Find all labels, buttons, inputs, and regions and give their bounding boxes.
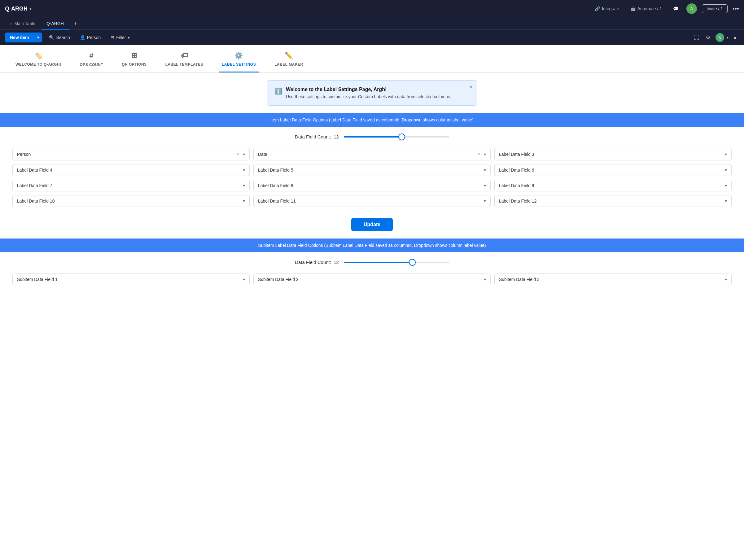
field-6-arrow[interactable]: ▾	[725, 167, 727, 173]
field-dropdown-5[interactable]: Label Data Field 5 ▾	[253, 164, 491, 176]
filter-icon: ⊟	[111, 35, 114, 40]
subitem-field-1-arrow[interactable]: ▾	[243, 277, 245, 282]
plugin-tab-welcome[interactable]: 🏷️ WELCOME TO Q-ARGH!	[12, 45, 64, 72]
nav-actions: 🔗 Integrate 🤖 Automate / 1 💬 A Invite / …	[592, 3, 739, 14]
field-5-arrow[interactable]: ▾	[484, 167, 486, 173]
new-item-main[interactable]: New item	[5, 33, 34, 42]
filter-button[interactable]: ⊟ Filter ▾	[108, 33, 133, 42]
person-button[interactable]: 👤 Person	[77, 33, 104, 42]
subitem-slider-track[interactable]	[344, 262, 449, 263]
app-title[interactable]: Q-ARGH ▾	[5, 6, 31, 12]
integrate-button[interactable]: 🔗 Integrate	[592, 4, 622, 13]
person-icon: 👤	[80, 35, 85, 40]
field-dropdown-6[interactable]: Label Data Field 6 ▾	[494, 164, 732, 176]
subitem-field-2-text: Subitem Data Field 2	[258, 277, 481, 282]
invite-button[interactable]: Invite / 1	[702, 4, 728, 13]
search-button[interactable]: 🔍 Search	[46, 33, 73, 42]
field-dropdown-7[interactable]: Label Data Field 7 ▾	[12, 180, 250, 191]
field-dropdown-8[interactable]: Label Data Field 8 ▾	[253, 180, 491, 191]
plugin-tab-qr-options[interactable]: ⊞ QR OPTIONS	[119, 45, 150, 72]
welcome-banner-description: Use these settings to customize your Cus…	[286, 94, 451, 99]
plugin-tab-label-maker[interactable]: ✏️ LABEL MAKER	[271, 45, 306, 72]
new-item-arrow[interactable]: ▾	[34, 33, 42, 42]
info-icon: ℹ️	[274, 87, 282, 95]
field-9-arrow[interactable]: ▾	[725, 183, 727, 188]
plugin-tab-label-settings[interactable]: ⚙️ LABEL SETTINGS	[219, 45, 259, 72]
update-button[interactable]: Update	[351, 218, 393, 231]
field-7-arrow[interactable]: ▾	[243, 183, 245, 188]
field-dropdown-1[interactable]: Person × ▾	[12, 148, 250, 160]
subitem-field-3-arrow[interactable]: ▾	[725, 277, 727, 282]
field-10-arrow[interactable]: ▾	[243, 198, 245, 203]
field-dropdown-2[interactable]: Date × ▾	[253, 148, 491, 160]
tab-main-table[interactable]: ⌂ Main Table	[5, 18, 40, 30]
subitem-field-dropdown-1[interactable]: Subitem Data Field 1 ▾	[12, 273, 250, 285]
tab-q-argh-label: Q-ARGH	[46, 21, 64, 26]
expand-button[interactable]: ⛶	[693, 33, 701, 42]
automate-icon: 🤖	[630, 6, 636, 11]
subitem-field-count-label: Data Field Count: 12	[295, 260, 339, 265]
top-nav: Q-ARGH ▾ 🔗 Integrate 🤖 Automate / 1 💬 A …	[0, 0, 744, 17]
field-dropdown-11[interactable]: Label Data Field 11 ▾	[253, 195, 491, 207]
collapse-button[interactable]: ▲	[731, 33, 739, 42]
item-slider-track[interactable]	[344, 136, 449, 138]
welcome-banner-close[interactable]: ×	[469, 84, 473, 91]
add-tab-button[interactable]: +	[70, 17, 81, 29]
field-dropdown-4[interactable]: Label Data Field 4 ▾	[12, 164, 250, 176]
field-1-arrow[interactable]: ▾	[243, 152, 245, 157]
field-8-arrow[interactable]: ▾	[484, 183, 486, 188]
home-icon: ⌂	[10, 21, 12, 26]
subitem-field-2-arrow[interactable]: ▾	[484, 277, 486, 282]
field-3-arrow[interactable]: ▾	[725, 152, 727, 157]
item-field-count-value: 12	[334, 134, 339, 139]
more-button[interactable]: •••	[733, 5, 739, 12]
chat-button[interactable]: 💬	[670, 4, 681, 13]
field-6-text: Label Data Field 6	[499, 167, 722, 173]
person-label: Person	[87, 35, 101, 40]
app-title-text: Q-ARGH	[5, 6, 28, 12]
field-dropdown-9[interactable]: Label Data Field 9 ▾	[494, 180, 732, 191]
label-templates-label: LABEL TEMPLATES	[165, 62, 203, 67]
label-settings-label: LABEL SETTINGS	[222, 62, 256, 67]
welcome-icon: 🏷️	[34, 52, 43, 60]
settings-button[interactable]: ⚙	[704, 33, 712, 42]
field-dropdown-12[interactable]: Label Data Field 12 ▾	[494, 195, 732, 207]
field-11-text: Label Data Field 11	[258, 198, 481, 203]
tab-q-argh[interactable]: Q-ARGH	[41, 18, 69, 30]
user-avatar-small[interactable]: A	[715, 33, 724, 42]
automate-button[interactable]: 🤖 Automate / 1	[627, 4, 665, 13]
plugin-tab-ops-count[interactable]: # OPS COUNT	[76, 45, 106, 73]
new-item-button[interactable]: New item ▾	[5, 33, 42, 42]
field-1-clear[interactable]: ×	[235, 151, 240, 157]
label-templates-icon: 🏷	[181, 52, 188, 60]
avatar-chevron[interactable]: ▾	[726, 34, 730, 41]
field-3-text: Label Data Field 3	[499, 152, 722, 157]
avatar[interactable]: A	[686, 3, 697, 14]
subitem-field-dropdown-3[interactable]: Subitem Data Field 3 ▾	[494, 273, 732, 285]
field-8-text: Label Data Field 8	[258, 183, 481, 188]
plugin-tab-label-templates[interactable]: 🏷 LABEL TEMPLATES	[162, 45, 206, 72]
qr-options-label: QR OPTIONS	[122, 62, 147, 67]
field-10-text: Label Data Field 10	[17, 198, 240, 203]
field-4-arrow[interactable]: ▾	[243, 167, 245, 173]
field-12-arrow[interactable]: ▾	[725, 198, 727, 203]
search-icon: 🔍	[49, 35, 54, 40]
subitem-slider-thumb	[409, 259, 416, 266]
field-1-text: Person	[17, 152, 233, 157]
tab-main-table-label: Main Table	[14, 21, 35, 26]
welcome-banner-title: Welcome to the Label Settings Page, Argh…	[286, 87, 451, 92]
integrate-label: Integrate	[602, 6, 619, 11]
subitem-field-count-label-text: Data Field Count:	[295, 260, 331, 265]
field-dropdown-10[interactable]: Label Data Field 10 ▾	[12, 195, 250, 207]
subitem-field-count-value: 12	[334, 260, 339, 265]
field-2-clear[interactable]: ×	[476, 151, 481, 157]
subitem-slider-fill	[344, 262, 412, 263]
field-11-arrow[interactable]: ▾	[484, 198, 486, 203]
field-2-arrow[interactable]: ▾	[484, 152, 486, 157]
field-dropdown-3[interactable]: Label Data Field 3 ▾	[494, 148, 732, 160]
filter-label: Filter	[116, 35, 126, 40]
item-slider-area: Data Field Count: 12	[0, 127, 744, 144]
subitem-field-dropdown-2[interactable]: Subitem Data Field 2 ▾	[253, 273, 491, 285]
ops-count-icon: #	[89, 51, 94, 60]
tab-bar: ⌂ Main Table Q-ARGH +	[0, 17, 744, 30]
